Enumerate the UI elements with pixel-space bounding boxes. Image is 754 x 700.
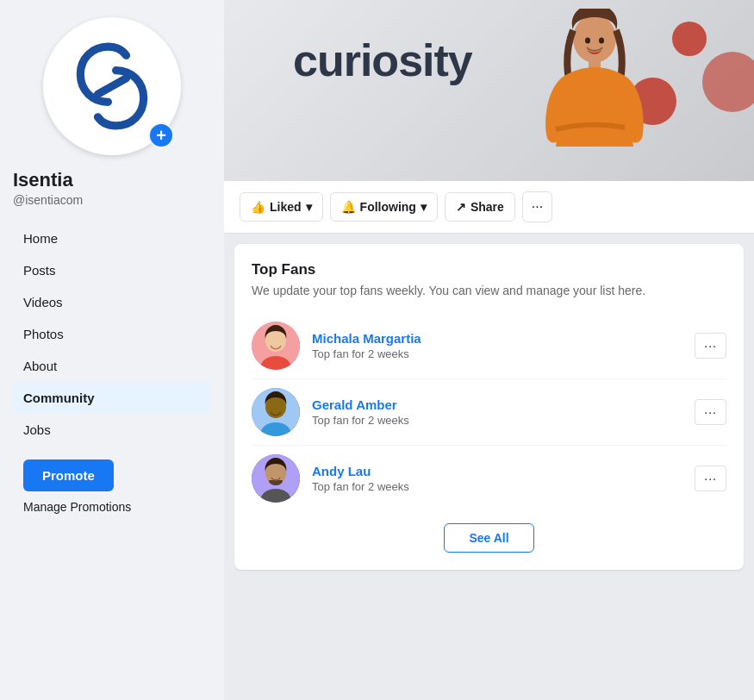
sidebar-link-photos[interactable]: Photos [13, 318, 211, 350]
fan-row-1: Michala Margartia Top fan for 2 weeks ··… [252, 313, 726, 379]
sidebar-link-community[interactable]: Community [13, 382, 211, 414]
cover-text: curiosity [293, 34, 472, 86]
decor-circle-1 [672, 22, 707, 56]
sidebar-link-jobs[interactable]: Jobs [13, 414, 211, 446]
sidebar-link-videos[interactable]: Videos [13, 286, 211, 318]
liked-button[interactable]: 👍 Liked ▾ [240, 192, 323, 222]
fan-info-3: Andy Lau Top fan for 2 weeks [312, 464, 695, 493]
see-all-button[interactable]: See All [444, 523, 533, 553]
fan-avatar-1 [252, 322, 300, 370]
top-fans-description: We update your top fans weekly. You can … [252, 284, 726, 297]
fan-avatar-2 [252, 388, 300, 436]
fan-avatar-3 [252, 454, 300, 503]
sidebar-item-posts[interactable]: Posts [13, 254, 211, 286]
fan-row-3: Andy Lau Top fan for 2 weeks ··· [252, 446, 726, 511]
sidebar-item-photos[interactable]: Photos [13, 318, 211, 350]
fan-more-button-3[interactable]: ··· [695, 466, 726, 491]
fan-status-2: Top fan for 2 weeks [312, 414, 695, 427]
fan-info-1: Michala Margartia Top fan for 2 weeks [312, 331, 695, 360]
share-button[interactable]: ↗ Share [445, 192, 515, 222]
isentia-logo-svg [65, 39, 159, 134]
manage-promotions-link[interactable]: Manage Promotions [23, 500, 131, 514]
share-icon: ↗ [456, 200, 466, 214]
fan-status-3: Top fan for 2 weeks [312, 480, 695, 493]
following-label: Following [360, 200, 416, 214]
cover-area: curiosity [224, 0, 754, 181]
svg-point-0 [573, 15, 616, 63]
fan-status-1: Top fan for 2 weeks [312, 347, 695, 360]
page-name: Isentia [13, 169, 73, 191]
nav-list: Home Posts Videos Photos About Community… [13, 222, 211, 446]
following-bell-icon: 🔔 [341, 200, 356, 214]
main-content: curiosity [224, 0, 754, 700]
promote-button[interactable]: Promote [23, 459, 114, 491]
sidebar: + Isentia @isentiacom Home Posts Videos … [0, 0, 224, 700]
profile-logo: + [43, 17, 181, 155]
fan-more-button-1[interactable]: ··· [695, 333, 726, 359]
sidebar-link-posts[interactable]: Posts [13, 254, 211, 286]
liked-icon: 👍 [251, 200, 265, 214]
more-options-button[interactable]: ··· [522, 191, 552, 222]
liked-chevron-icon: ▾ [306, 200, 312, 214]
fan-more-button-2[interactable]: ··· [695, 399, 726, 425]
profile-logo-wrapper: + [13, 17, 211, 155]
add-profile-badge[interactable]: + [148, 122, 174, 148]
following-button[interactable]: 🔔 Following ▾ [330, 192, 438, 222]
top-fans-title: Top Fans [252, 261, 726, 278]
sidebar-link-about[interactable]: About [13, 350, 211, 382]
decor-circle-3 [702, 52, 754, 112]
fan-info-2: Gerald Amber Top fan for 2 weeks [312, 397, 695, 427]
svg-point-3 [599, 38, 604, 44]
fan-row-2: Gerald Amber Top fan for 2 weeks ··· [252, 379, 726, 446]
fan-name-2[interactable]: Gerald Amber [312, 397, 695, 412]
cover-background: curiosity [224, 0, 754, 181]
top-fans-section: Top Fans We update your top fans weekly.… [234, 244, 744, 570]
following-chevron-icon: ▾ [421, 200, 427, 214]
fan-name-1[interactable]: Michala Margartia [312, 331, 695, 346]
liked-label: Liked [270, 200, 302, 214]
sidebar-item-videos[interactable]: Videos [13, 286, 211, 318]
sidebar-link-home[interactable]: Home [13, 222, 211, 254]
sidebar-item-community[interactable]: Community [13, 382, 211, 414]
share-label: Share [470, 200, 504, 214]
sidebar-item-home[interactable]: Home [13, 222, 211, 254]
action-bar: 👍 Liked ▾ 🔔 Following ▾ ↗ Share ··· [224, 181, 754, 234]
svg-point-2 [585, 38, 590, 44]
sidebar-item-about[interactable]: About [13, 350, 211, 382]
fan-name-3[interactable]: Andy Lau [312, 464, 695, 478]
page-handle: @isentiacom [13, 193, 83, 207]
cover-person-image [513, 9, 668, 181]
sidebar-item-jobs[interactable]: Jobs [13, 414, 211, 446]
